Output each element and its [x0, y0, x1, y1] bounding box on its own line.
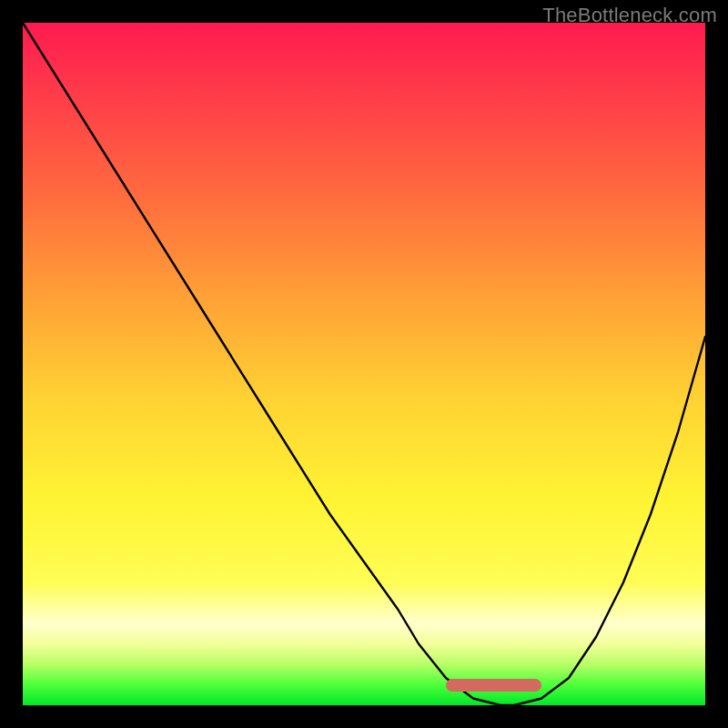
bottleneck-curve: [23, 23, 705, 705]
sweet-spot-marker: [446, 679, 541, 692]
plot-area: [23, 23, 705, 705]
chart-frame: TheBottleneck.com: [0, 0, 728, 728]
